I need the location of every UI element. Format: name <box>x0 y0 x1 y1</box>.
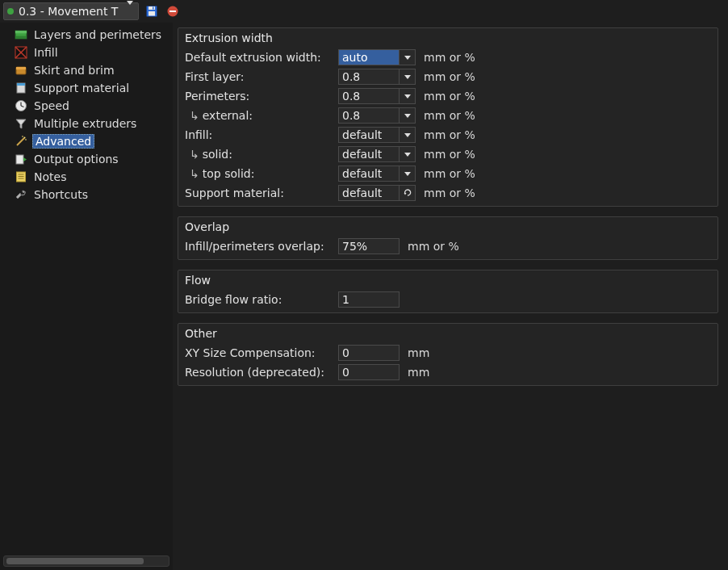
delete-icon <box>166 5 179 18</box>
sidebar-item-infill[interactable]: Infill <box>0 44 173 61</box>
sidebar-item-label: Speed <box>32 99 71 112</box>
input-resolution[interactable] <box>338 364 400 380</box>
preset-select[interactable]: 0.3 - Movement T <box>3 2 139 20</box>
sidebar-item-speed[interactable]: Speed <box>0 97 173 115</box>
unit-label: mm or % <box>424 70 475 83</box>
reset-icon <box>404 189 412 197</box>
row-first-layer: First layer:mm or % <box>178 67 718 86</box>
input-default-extrusion-width[interactable] <box>338 49 400 65</box>
notes-icon <box>15 170 27 183</box>
sidebar-item-support[interactable]: Support material <box>0 79 173 97</box>
row-label: First layer: <box>185 70 338 83</box>
row-solid-infill: ↳solid:mm or % <box>178 145 718 164</box>
floppy-icon <box>145 5 158 18</box>
sidebar: Layers and perimetersInfillSkirt and bri… <box>0 23 173 570</box>
group-title: Extrusion width <box>178 30 718 48</box>
dropdown-solid-infill[interactable] <box>400 146 416 162</box>
svg-rect-15 <box>17 83 25 86</box>
svg-rect-2 <box>153 7 154 10</box>
skirt-icon <box>15 64 27 77</box>
svg-marker-25 <box>23 157 27 161</box>
dropdown-external-perimeters[interactable] <box>400 107 416 124</box>
dropdown-perimeters[interactable] <box>400 88 416 104</box>
dropdown-first-layer[interactable] <box>400 69 416 85</box>
sidebar-item-layers-perimeters[interactable]: Layers and perimeters <box>0 26 173 44</box>
row-label: Default extrusion width: <box>185 51 338 64</box>
dropdown-support-width[interactable] <box>400 185 416 201</box>
row-label: Support material: <box>185 187 338 199</box>
group-flow: FlowBridge flow ratio: <box>178 270 718 313</box>
input-xy-comp[interactable] <box>338 345 400 361</box>
sidebar-item-output[interactable]: Output options <box>0 150 173 168</box>
sidebar-scrollbar[interactable] <box>3 555 169 567</box>
preset-status-dot <box>7 8 14 15</box>
sidebar-item-label: Skirt and brim <box>32 64 116 77</box>
svg-rect-7 <box>15 31 27 33</box>
dropdown-infill-width[interactable] <box>400 127 416 143</box>
sidebar-item-label: Shortcuts <box>32 188 90 201</box>
input-top-solid[interactable] <box>338 166 400 182</box>
row-label: Resolution (deprecated): <box>185 366 338 379</box>
row-support-width: Support material:mm or % <box>178 183 718 203</box>
sidebar-item-label: Support material <box>32 82 131 94</box>
preset-label: 0.3 - Movement T <box>19 5 127 18</box>
sidebar-item-multi-extruders[interactable]: Multiple extruders <box>0 115 173 132</box>
input-solid-infill[interactable] <box>338 146 400 162</box>
sidebar-item-notes[interactable]: Notes <box>0 168 173 186</box>
unit-label: mm or % <box>424 187 475 199</box>
input-support-width[interactable] <box>338 185 400 201</box>
row-top-solid: ↳top solid:mm or % <box>178 164 718 183</box>
sidebar-item-advanced[interactable]: Advanced <box>0 132 173 150</box>
unit-label: mm or % <box>424 167 475 180</box>
row-label: ↳top solid: <box>185 167 338 180</box>
input-infill-width[interactable] <box>338 127 400 143</box>
svg-rect-3 <box>149 11 155 16</box>
sub-arrow-icon: ↳ <box>190 109 199 122</box>
dropdown-default-extrusion-width[interactable] <box>400 49 416 65</box>
sidebar-scrollbar-thumb[interactable] <box>6 558 144 564</box>
delete-button[interactable] <box>165 3 181 19</box>
svg-point-22 <box>22 136 23 137</box>
row-bridge-flow: Bridge flow ratio: <box>178 290 718 309</box>
row-resolution: Resolution (deprecated):mm <box>178 363 718 382</box>
row-label: Bridge flow ratio: <box>185 293 338 306</box>
unit-label: mm or % <box>424 148 475 161</box>
infill-icon <box>15 46 27 59</box>
group-other: OtherXY Size Compensation:mmResolution (… <box>178 323 718 386</box>
svg-marker-30 <box>404 193 406 195</box>
output-icon <box>15 153 27 166</box>
svg-rect-5 <box>169 10 176 12</box>
input-external-perimeters[interactable] <box>338 107 400 124</box>
row-label: ↳external: <box>185 109 338 122</box>
svg-rect-1 <box>149 6 155 10</box>
settings-tree: Layers and perimetersInfillSkirt and bri… <box>0 26 173 554</box>
sidebar-item-label: Advanced <box>32 134 94 149</box>
row-external-perimeters: ↳external:mm or % <box>178 106 718 125</box>
unit-label: mm <box>408 346 429 359</box>
dropdown-top-solid[interactable] <box>400 166 416 182</box>
row-label: Perimeters: <box>185 90 338 103</box>
chevron-down-icon <box>404 56 411 60</box>
svg-marker-19 <box>16 119 26 128</box>
content-panel: Extrusion widthDefault extrusion width:m… <box>173 23 728 570</box>
row-label: Infill/perimeters overlap: <box>185 240 338 253</box>
unit-label: mm <box>408 366 429 379</box>
row-label: Infill: <box>185 128 338 141</box>
group-title: Other <box>178 325 718 343</box>
sub-arrow-icon: ↳ <box>190 148 199 161</box>
unit-label: mm or % <box>424 51 475 64</box>
sub-arrow-icon: ↳ <box>190 167 199 180</box>
input-first-layer[interactable] <box>338 69 400 85</box>
input-infill-perim-overlap[interactable] <box>338 238 400 254</box>
sidebar-item-shortcuts[interactable]: Shortcuts <box>0 186 173 203</box>
save-button[interactable] <box>144 3 160 19</box>
sidebar-item-skirt-brim[interactable]: Skirt and brim <box>0 61 173 79</box>
group-overlap: OverlapInfill/perimeters overlap:mm or % <box>178 216 718 260</box>
unit-label: mm or % <box>408 240 459 253</box>
input-bridge-flow[interactable] <box>338 291 400 308</box>
layers-icon <box>15 28 27 41</box>
row-label: ↳solid: <box>185 148 338 161</box>
topbar: 0.3 - Movement T <box>0 0 728 23</box>
sidebar-item-label: Output options <box>32 153 120 166</box>
input-perimeters[interactable] <box>338 88 400 104</box>
